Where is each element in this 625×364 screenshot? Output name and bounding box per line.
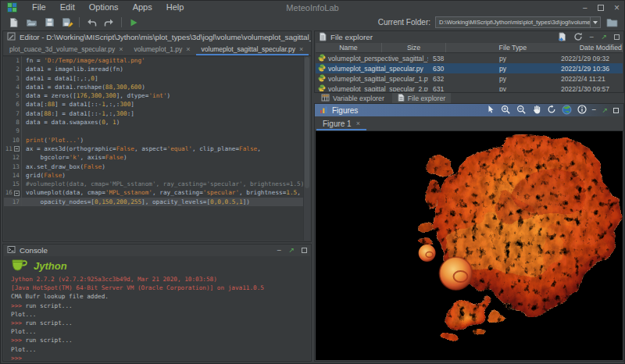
- code-line[interactable]: 10 print('Plot...'): [4, 136, 310, 145]
- column-header[interactable]: Date Modified: [580, 43, 623, 52]
- zoom-in-icon[interactable]: [501, 105, 511, 116]
- file-type: py: [495, 85, 559, 92]
- column-header[interactable]: Size: [382, 43, 446, 52]
- cursor-tool-icon[interactable]: [486, 105, 495, 116]
- redo-button[interactable]: [103, 16, 116, 29]
- token: False: [105, 154, 123, 161]
- chevron-down-icon[interactable]: [590, 17, 600, 27]
- refresh-icon[interactable]: [573, 32, 583, 43]
- minimize-panel-icon[interactable]: −: [592, 106, 597, 114]
- line-number: 5: [16, 91, 20, 100]
- code-line[interactable]: 7 data[88:] = data1[::-1,:,300:]: [4, 109, 310, 118]
- window-minimize-button[interactable]: −: [583, 3, 588, 12]
- code-line[interactable]: 16 volumeplot(data, cmap='MPL_sstanom', …: [4, 188, 310, 197]
- menu-item[interactable]: File: [25, 1, 53, 14]
- editor-scrollbar[interactable]: [303, 56, 310, 241]
- minimize-panel-icon[interactable]: −: [590, 34, 595, 41]
- current-folder-combobox[interactable]: D:\Working\MIScript\Jython\mis\plot_type…: [435, 16, 601, 28]
- code-line[interactable]: 17 opacity_nodes=[0,150,200,255], opacit…: [4, 198, 310, 206]
- info-icon[interactable]: [577, 105, 587, 116]
- file-name: volumeplot_sagittal_specular_1.py: [328, 75, 428, 83]
- code-line[interactable]: 1 fn = 'D:/Temp/image/sagittal.png': [4, 56, 310, 65]
- minimize-panel-icon[interactable]: −: [277, 247, 282, 255]
- file-type: py: [495, 65, 559, 73]
- maximize-panel-icon[interactable]: [302, 248, 307, 253]
- file-row[interactable]: volumeplot_perspective_sagittal_sp... 53…: [316, 53, 623, 63]
- code-line[interactable]: 5 data = zeros([176,300,300], dtype='int…: [4, 91, 310, 100]
- console-line: CMA Bufr lookup file added.: [11, 292, 310, 301]
- menu-item[interactable]: Help: [159, 1, 191, 14]
- token: >>>: [11, 302, 26, 309]
- code-line[interactable]: 12 bgcolor='k', axis=False): [4, 153, 310, 162]
- gutter: 15: [4, 180, 22, 188]
- code-line[interactable]: 4 data1 = data1.reshape(88,300,600): [4, 83, 310, 91]
- undo-button[interactable]: [85, 16, 98, 29]
- maximize-panel-icon[interactable]: [613, 108, 619, 113]
- code-line[interactable]: 8 data = data.swapaxes(0, 1): [4, 118, 310, 127]
- console-line: >>> run script...: [11, 319, 310, 327]
- globe-icon[interactable]: [562, 105, 572, 116]
- close-icon[interactable]: ×: [356, 120, 360, 127]
- code-line[interactable]: 15 #volumeplot(data, cmap='MPL_sstanom',…: [4, 180, 310, 188]
- code-line[interactable]: 13 ax.set_draw_box(False): [4, 162, 310, 171]
- code-line[interactable]: 2 data1 = imagelib.imread(fn): [4, 65, 310, 73]
- console-line: >>> run script...: [11, 302, 310, 310]
- zoom-out-icon[interactable]: [516, 105, 527, 116]
- file-row[interactable]: volumeplot_sagittal_specular_1.py 632 py…: [316, 73, 623, 84]
- file-explorer-panel: File explorer − ↗ NameSizeFile TypeDate …: [314, 30, 624, 93]
- token: print: [26, 137, 44, 144]
- code-text: #volumeplot(data, cmap='MPL_sstanom', ra…: [22, 180, 310, 188]
- editor-icon: [7, 32, 16, 42]
- new-file-button[interactable]: [7, 16, 20, 29]
- rotate-tool-icon[interactable]: [547, 105, 556, 116]
- scrollbar-thumb[interactable]: [305, 57, 309, 188]
- menu-item[interactable]: Options: [82, 1, 126, 14]
- pan-hand-icon[interactable]: [532, 105, 541, 116]
- code-line[interactable]: 6 data[:88] = data1[::-1,:,:300]: [4, 100, 310, 109]
- close-icon[interactable]: ×: [186, 45, 190, 53]
- open-script-icon[interactable]: [558, 32, 566, 43]
- editor-tab[interactable]: plot_cuace_3d_volume_specular.py ×: [4, 43, 128, 55]
- code-text: ax.set_draw_box(False): [22, 162, 310, 171]
- file-name: volumeplot_perspective_sagittal_sp...: [328, 55, 428, 62]
- line-number: 12: [12, 153, 20, 162]
- file-row[interactable]: volumeplot_sagittal_specular.py 630 py 2…: [316, 63, 623, 73]
- float-panel-icon[interactable]: ↗: [288, 247, 295, 254]
- figure-canvas-3d-volume[interactable]: [316, 131, 623, 360]
- save-as-button[interactable]: [61, 16, 73, 29]
- file-row[interactable]: volumeplot_sagittal_specular_2.py 631 py…: [316, 84, 623, 91]
- window-maximize-button[interactable]: [598, 5, 604, 11]
- open-file-button[interactable]: [25, 16, 38, 29]
- code-fold-icon[interactable]: [14, 146, 20, 152]
- figure-tab[interactable]: Figure 1 ×: [315, 116, 368, 130]
- token: 'specular': [203, 189, 239, 196]
- code-editor[interactable]: 1 fn = 'D:/Temp/image/sagittal.png' 2 da…: [4, 56, 310, 241]
- column-header[interactable]: File Type: [446, 43, 580, 52]
- code-line[interactable]: 3 data1 = data1[:,:,0]: [4, 74, 310, 83]
- close-icon[interactable]: ×: [299, 45, 303, 53]
- console-output[interactable]: Jython Jython 2.7.2 (v2.7.2:925a3cc3b49d…: [4, 256, 310, 360]
- code-text: volumeplot(data, cmap='MPL_sstanom', ray…: [22, 188, 310, 197]
- maximize-panel-icon[interactable]: [614, 34, 620, 40]
- menu-item[interactable]: Edit: [53, 1, 82, 14]
- code-line[interactable]: 9: [4, 127, 310, 135]
- column-header[interactable]: Name: [316, 43, 382, 52]
- run-script-button[interactable]: [127, 16, 140, 29]
- editor-tab[interactable]: volumeplot_sagittal_specular.py ×: [196, 43, 309, 55]
- code-fold-icon[interactable]: [14, 191, 20, 196]
- float-panel-icon[interactable]: ↗: [601, 34, 607, 41]
- menu-item[interactable]: Apps: [126, 1, 159, 14]
- code-line[interactable]: 11 ax = axes3d(orthographic=False, aspec…: [4, 145, 310, 153]
- editor-tab[interactable]: volumeplot_1.py ×: [128, 43, 195, 55]
- browse-folder-button[interactable]: [605, 16, 618, 29]
- tab-variable-explorer[interactable]: Variable explorer: [316, 93, 390, 103]
- file-name: volumeplot_sagittal_specular.py: [328, 65, 423, 73]
- current-folder-value[interactable]: D:\Working\MIScript\Jython\mis\plot_type…: [436, 17, 590, 27]
- save-button[interactable]: [43, 16, 55, 29]
- close-icon[interactable]: ×: [119, 45, 123, 53]
- tab-file-explorer[interactable]: File explorer: [392, 93, 451, 103]
- window-close-button[interactable]: ×: [614, 2, 620, 13]
- token: ax = axes3d(orthographic=: [26, 145, 116, 152]
- float-panel-icon[interactable]: ↗: [602, 107, 608, 114]
- code-line[interactable]: 14 grid(False): [4, 171, 310, 180]
